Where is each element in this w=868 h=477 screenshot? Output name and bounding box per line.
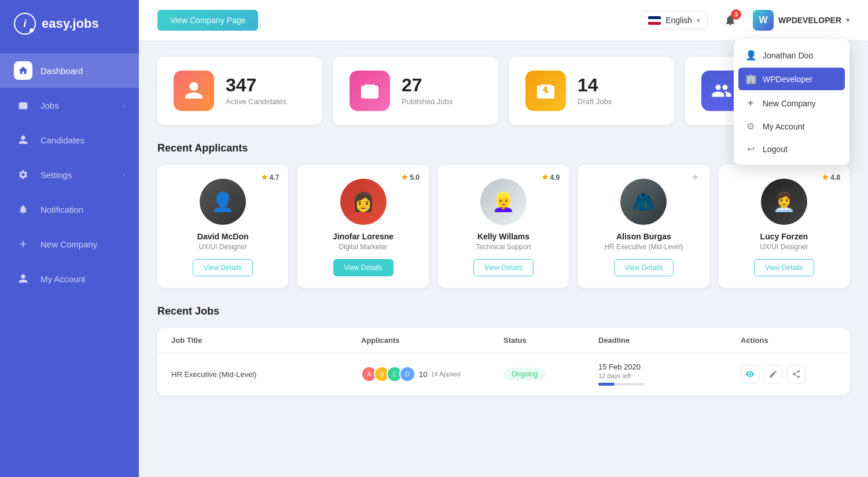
header: View Company Page English ▾ 3 W WPDEVELO… <box>139 0 868 40</box>
star-icon: ★ <box>692 173 698 182</box>
applicant-role: Digital Marketer <box>339 243 388 251</box>
dropdown-label: WPDeveloper <box>763 75 812 84</box>
rating-value: 4.9 <box>550 173 560 182</box>
applicant-role: UX/UI Designer <box>199 243 247 251</box>
company-icon: 🏢 <box>745 73 756 84</box>
plus-icon <box>14 235 32 253</box>
stat-icon-candidates <box>174 71 214 111</box>
account-icon <box>14 269 32 288</box>
sidebar-item-notification[interactable]: Notification <box>0 192 139 227</box>
logo[interactable]: easy.jobs <box>0 0 139 47</box>
view-details-button[interactable]: View Details <box>193 259 253 276</box>
deadline-date: 15 Feb 2020 <box>598 363 741 371</box>
sidebar-item-settings[interactable]: Settings › <box>0 157 139 192</box>
sidebar: easy.jobs Dashboard Jobs › Candidates <box>0 0 139 477</box>
briefcase-icon <box>14 96 32 114</box>
applicant-role: HR Executive (Mid-Level) <box>604 243 683 251</box>
view-details-button[interactable]: View Details <box>473 259 534 276</box>
chevron-down-icon: ▾ <box>697 17 700 24</box>
status-badge: Ongoing <box>503 368 546 380</box>
rating-value: 4.7 <box>270 173 279 182</box>
dropdown-label: My Account <box>763 122 804 131</box>
stat-number: 347 <box>226 76 286 94</box>
stat-label: Active Candidates <box>226 97 286 106</box>
applicant-avatars: A B C D <box>361 366 415 382</box>
applicant-role: UX/UI Designer <box>760 243 808 251</box>
mini-avatar: D <box>399 366 415 382</box>
dropdown-item-new-company[interactable]: + New Company <box>734 91 849 115</box>
applicant-name: David McDon <box>197 232 249 241</box>
dropdown-item-jonathan[interactable]: 👤 Jonathan Doo <box>734 44 849 66</box>
person-icon <box>14 131 32 149</box>
avatar: 🧥 <box>620 179 667 225</box>
chevron-right-icon: › <box>123 102 125 109</box>
star-icon: ★ <box>822 173 829 182</box>
star-icon: ★ <box>542 173 549 182</box>
rating-value: 4.8 <box>830 173 840 182</box>
avatar: 👤 <box>200 179 246 225</box>
stat-icon-draft <box>525 71 566 111</box>
view-details-button[interactable]: View Details <box>614 259 674 276</box>
recent-jobs-title: Recent Jobs <box>157 305 849 317</box>
job-title: HR Executive (Mid-Level) <box>171 370 361 379</box>
sidebar-item-candidates[interactable]: Candidates <box>0 123 139 157</box>
applicant-name: Alison Burgas <box>616 232 671 241</box>
stat-icon-published <box>350 71 390 111</box>
rating-badge: ★ 5.0 <box>401 173 420 182</box>
company-selector[interactable]: W WPDEVELOPER ▾ <box>753 10 849 31</box>
nav: Dashboard Jobs › Candidates Settings › <box>0 53 139 477</box>
job-applicants: A B C D 10 14 Applied <box>361 366 503 382</box>
col-status: Status <box>503 336 598 345</box>
deadline-sub: 12 days left <box>598 372 741 379</box>
dropdown-item-logout[interactable]: ↩ Logout <box>734 138 849 160</box>
view-details-button[interactable]: View Details <box>754 259 814 276</box>
company-logo: W <box>753 10 774 31</box>
sidebar-item-my-account[interactable]: My Account <box>0 261 139 296</box>
logo-icon <box>14 13 36 35</box>
star-icon: ★ <box>401 173 408 182</box>
view-details-button[interactable]: View Details <box>333 259 393 276</box>
stat-info: 14 Draft Jobs <box>578 76 612 106</box>
jobs-table: Job Title Applicants Status Deadline Act… <box>157 328 849 395</box>
applicant-count: 10 <box>419 370 427 379</box>
plus-icon: + <box>745 97 756 109</box>
share-icon[interactable] <box>787 365 806 383</box>
chevron-right-icon: › <box>123 171 125 178</box>
job-actions <box>741 365 836 383</box>
sidebar-item-label: Notification <box>41 205 125 215</box>
stat-label: Draft Jobs <box>578 97 612 106</box>
language-selector[interactable]: English ▾ <box>641 11 708 29</box>
dropdown-label: New Company <box>763 99 816 108</box>
rating-badge: ★ 4.7 <box>261 173 279 182</box>
rating-badge: ★ 4.9 <box>542 173 560 182</box>
sidebar-item-dashboard[interactable]: Dashboard <box>0 53 139 88</box>
sidebar-item-label: Settings <box>41 170 115 180</box>
sidebar-item-new-company[interactable]: New Company <box>0 227 139 261</box>
gear-icon: ⚙ <box>745 121 756 132</box>
applicant-card-kelly: ★ 4.9 👱‍♀️ Kelly Willams Technical Suppo… <box>438 165 569 288</box>
dropdown-menu: 👤 Jonathan Doo 🏢 WPDeveloper + New Compa… <box>734 39 849 165</box>
dropdown-item-my-account[interactable]: ⚙ My Account <box>734 115 849 138</box>
stat-info: 347 Active Candidates <box>226 76 286 106</box>
notification-badge: 3 <box>731 9 741 20</box>
view-icon[interactable] <box>741 365 759 383</box>
stat-card-candidates: 347 Active Candidates <box>157 57 322 125</box>
applied-text: 14 Applied <box>431 371 460 378</box>
avatar: 👩‍💼 <box>761 179 807 225</box>
col-job-title: Job Title <box>171 336 361 345</box>
view-company-button[interactable]: View Company Page <box>157 10 258 31</box>
rating-badge: ★ 4.8 <box>822 173 840 182</box>
applicant-name: Jinofar Loresne <box>333 232 393 241</box>
applicant-card-david: ★ 4.7 👤 David McDon UX/UI Designer View … <box>157 165 288 288</box>
home-icon <box>14 61 32 80</box>
edit-icon[interactable] <box>764 365 782 383</box>
sidebar-item-label: New Company <box>41 239 125 249</box>
dropdown-item-wpdeveloper[interactable]: 🏢 WPDeveloper <box>738 68 845 90</box>
progress-bar-fill <box>598 383 615 386</box>
notification-button[interactable]: 3 <box>719 9 741 31</box>
sidebar-item-jobs[interactable]: Jobs › <box>0 88 139 123</box>
applicant-role: Technical Support <box>476 243 531 251</box>
main-content: View Company Page English ▾ 3 W WPDEVELO… <box>139 0 868 477</box>
stat-info: 27 Published Jobs <box>402 76 453 106</box>
applicant-card-jinofar: ★ 5.0 👩 Jinofar Loresne Digital Marketer… <box>297 165 428 288</box>
